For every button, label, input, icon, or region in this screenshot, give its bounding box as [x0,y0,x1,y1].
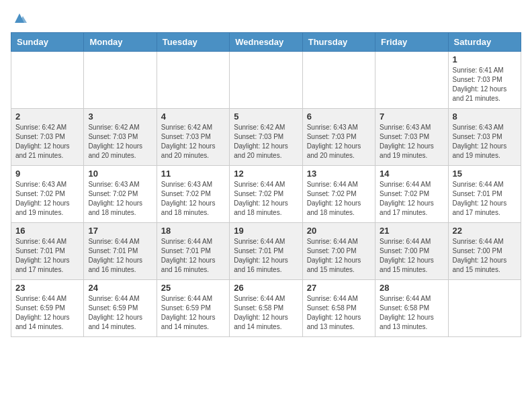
calendar-cell [11,52,84,109]
day-number: 19 [234,226,298,236]
day-info: Sunrise: 6:43 AM Sunset: 7:02 PM Dayligh… [161,180,225,218]
calendar-cell: 10Sunrise: 6:43 AM Sunset: 7:02 PM Dayli… [84,166,157,223]
day-number: 23 [15,283,79,293]
day-info: Sunrise: 6:44 AM Sunset: 6:59 PM Dayligh… [15,294,79,332]
day-info: Sunrise: 6:44 AM Sunset: 6:58 PM Dayligh… [234,294,298,332]
day-number: 16 [15,226,79,236]
calendar-table: SundayMondayTuesdayWednesdayThursdayFrid… [11,32,521,337]
calendar-cell: 17Sunrise: 6:44 AM Sunset: 7:01 PM Dayli… [84,223,157,280]
day-info: Sunrise: 6:42 AM Sunset: 7:03 PM Dayligh… [161,123,225,161]
calendar-cell: 7Sunrise: 6:43 AM Sunset: 7:03 PM Daylig… [375,109,448,166]
day-number: 7 [380,111,443,122]
logo [11,11,27,26]
day-number: 12 [234,169,298,179]
day-info: Sunrise: 6:44 AM Sunset: 7:00 PM Dayligh… [380,237,443,275]
calendar-cell: 1Sunrise: 6:41 AM Sunset: 7:03 PM Daylig… [448,52,521,109]
day-number: 28 [380,283,443,293]
day-info: Sunrise: 6:44 AM Sunset: 6:58 PM Dayligh… [380,294,443,332]
weekday-header: Friday [375,33,448,52]
day-number: 3 [88,111,152,122]
day-number: 6 [307,111,371,122]
day-info: Sunrise: 6:44 AM Sunset: 6:59 PM Dayligh… [161,294,225,332]
day-info: Sunrise: 6:43 AM Sunset: 7:03 PM Dayligh… [307,123,371,161]
day-info: Sunrise: 6:43 AM Sunset: 7:02 PM Dayligh… [88,180,152,218]
calendar-cell: 22Sunrise: 6:44 AM Sunset: 7:00 PM Dayli… [448,223,521,280]
day-number: 24 [88,283,152,293]
day-info: Sunrise: 6:44 AM Sunset: 7:02 PM Dayligh… [307,180,371,218]
calendar-cell: 21Sunrise: 6:44 AM Sunset: 7:00 PM Dayli… [375,223,448,280]
calendar-week-row: 1Sunrise: 6:41 AM Sunset: 7:03 PM Daylig… [11,52,521,109]
day-number: 2 [15,111,79,122]
day-number: 5 [234,111,298,122]
day-number: 20 [307,226,371,236]
day-number: 10 [88,169,152,179]
day-number: 25 [161,283,225,293]
day-number: 1 [453,54,517,64]
calendar-cell: 23Sunrise: 6:44 AM Sunset: 6:59 PM Dayli… [11,280,84,337]
weekday-header: Tuesday [157,33,229,52]
day-number: 15 [453,169,517,179]
day-info: Sunrise: 6:44 AM Sunset: 7:01 PM Dayligh… [15,237,79,275]
day-info: Sunrise: 6:44 AM Sunset: 7:01 PM Dayligh… [234,237,298,275]
day-info: Sunrise: 6:43 AM Sunset: 7:02 PM Dayligh… [15,180,79,218]
calendar-header-row: SundayMondayTuesdayWednesdayThursdayFrid… [11,33,521,52]
day-info: Sunrise: 6:44 AM Sunset: 7:00 PM Dayligh… [453,237,517,275]
calendar-cell: 13Sunrise: 6:44 AM Sunset: 7:02 PM Dayli… [302,166,375,223]
day-info: Sunrise: 6:44 AM Sunset: 6:59 PM Dayligh… [88,294,152,332]
day-info: Sunrise: 6:44 AM Sunset: 7:02 PM Dayligh… [380,180,443,218]
calendar-cell [84,52,157,109]
day-info: Sunrise: 6:44 AM Sunset: 7:02 PM Dayligh… [234,180,298,218]
calendar-cell: 18Sunrise: 6:44 AM Sunset: 7:01 PM Dayli… [157,223,229,280]
day-number: 9 [15,169,79,179]
calendar-cell: 9Sunrise: 6:43 AM Sunset: 7:02 PM Daylig… [11,166,84,223]
calendar-cell [157,52,229,109]
calendar-cell: 24Sunrise: 6:44 AM Sunset: 6:59 PM Dayli… [84,280,157,337]
day-info: Sunrise: 6:42 AM Sunset: 7:03 PM Dayligh… [234,123,298,161]
calendar-week-row: 9Sunrise: 6:43 AM Sunset: 7:02 PM Daylig… [11,166,521,223]
calendar-cell: 4Sunrise: 6:42 AM Sunset: 7:03 PM Daylig… [157,109,229,166]
calendar-cell: 2Sunrise: 6:42 AM Sunset: 7:03 PM Daylig… [11,109,84,166]
day-number: 21 [380,226,443,236]
day-info: Sunrise: 6:43 AM Sunset: 7:03 PM Dayligh… [380,123,443,161]
calendar-cell: 25Sunrise: 6:44 AM Sunset: 6:59 PM Dayli… [157,280,229,337]
weekday-header: Saturday [448,33,521,52]
day-number: 14 [380,169,443,179]
day-info: Sunrise: 6:44 AM Sunset: 7:01 PM Dayligh… [88,237,152,275]
day-info: Sunrise: 6:44 AM Sunset: 7:01 PM Dayligh… [453,180,517,218]
day-number: 22 [453,226,517,236]
day-number: 17 [88,226,152,236]
day-info: Sunrise: 6:42 AM Sunset: 7:03 PM Dayligh… [88,123,152,161]
calendar-cell [302,52,375,109]
weekday-header: Sunday [11,33,84,52]
day-number: 4 [161,111,225,122]
day-info: Sunrise: 6:44 AM Sunset: 7:00 PM Dayligh… [307,237,371,275]
weekday-header: Thursday [302,33,375,52]
calendar-cell [375,52,448,109]
calendar-week-row: 23Sunrise: 6:44 AM Sunset: 6:59 PM Dayli… [11,280,521,337]
calendar-cell [230,52,302,109]
calendar-cell: 19Sunrise: 6:44 AM Sunset: 7:01 PM Dayli… [230,223,302,280]
day-info: Sunrise: 6:43 AM Sunset: 7:03 PM Dayligh… [453,123,517,161]
calendar-cell: 3Sunrise: 6:42 AM Sunset: 7:03 PM Daylig… [84,109,157,166]
weekday-header: Monday [84,33,157,52]
weekday-header: Wednesday [230,33,302,52]
calendar-cell: 14Sunrise: 6:44 AM Sunset: 7:02 PM Dayli… [375,166,448,223]
calendar-cell: 11Sunrise: 6:43 AM Sunset: 7:02 PM Dayli… [157,166,229,223]
calendar-cell: 20Sunrise: 6:44 AM Sunset: 7:00 PM Dayli… [302,223,375,280]
calendar-cell: 28Sunrise: 6:44 AM Sunset: 6:58 PM Dayli… [375,280,448,337]
calendar-cell: 15Sunrise: 6:44 AM Sunset: 7:01 PM Dayli… [448,166,521,223]
calendar-week-row: 16Sunrise: 6:44 AM Sunset: 7:01 PM Dayli… [11,223,521,280]
calendar-week-row: 2Sunrise: 6:42 AM Sunset: 7:03 PM Daylig… [11,109,521,166]
day-number: 8 [453,111,517,122]
calendar-cell: 27Sunrise: 6:44 AM Sunset: 6:58 PM Dayli… [302,280,375,337]
day-number: 27 [307,283,371,293]
day-info: Sunrise: 6:42 AM Sunset: 7:03 PM Dayligh… [15,123,79,161]
calendar-cell: 6Sunrise: 6:43 AM Sunset: 7:03 PM Daylig… [302,109,375,166]
day-number: 11 [161,169,225,179]
calendar-cell: 12Sunrise: 6:44 AM Sunset: 7:02 PM Dayli… [230,166,302,223]
day-number: 26 [234,283,298,293]
day-info: Sunrise: 6:41 AM Sunset: 7:03 PM Dayligh… [453,66,517,103]
calendar-cell [448,280,521,337]
page-header [11,11,521,26]
calendar-cell: 8Sunrise: 6:43 AM Sunset: 7:03 PM Daylig… [448,109,521,166]
